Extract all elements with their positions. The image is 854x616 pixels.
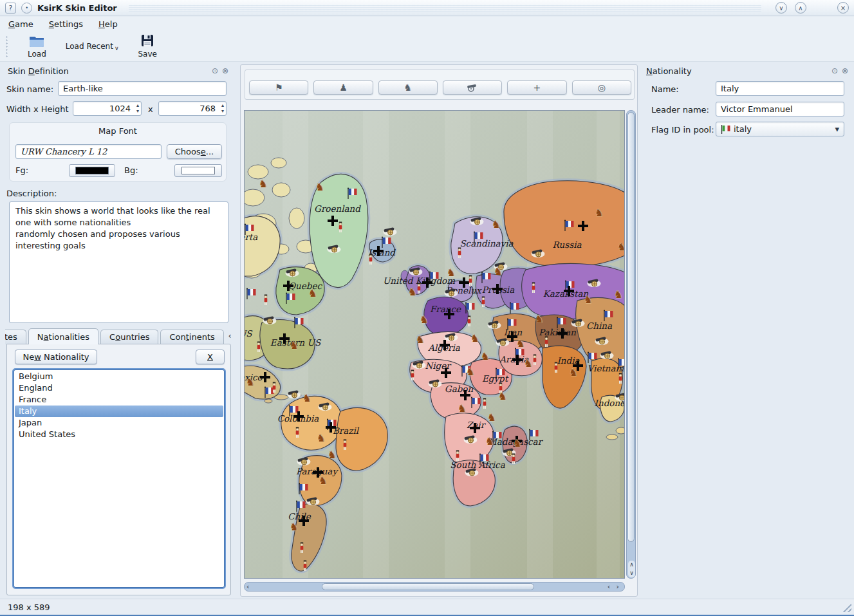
list-item[interactable]: France xyxy=(15,394,223,406)
maximize-button[interactable]: ∧ xyxy=(795,2,806,14)
tab-sprites[interactable]: rites xyxy=(5,330,26,344)
close-button[interactable]: × xyxy=(837,2,849,14)
titlebar-grip-lines xyxy=(129,4,761,12)
cannon-button[interactable] xyxy=(443,80,502,95)
flag-button[interactable]: ⚑ xyxy=(249,80,308,95)
close-dock-icon[interactable]: ⊗ xyxy=(222,66,228,75)
float-dock-icon[interactable]: ⊙ xyxy=(831,66,838,75)
list-item[interactable]: Belgium xyxy=(15,371,223,382)
tab-scroll-arrows[interactable]: ‹› xyxy=(228,331,231,341)
cav-sprite: ♞ xyxy=(498,390,507,402)
map-font-field: URW Chancery L 12 xyxy=(15,144,162,159)
scroll-left-icon[interactable]: ‹ xyxy=(245,583,251,591)
country-label: Quebec xyxy=(288,281,322,291)
bg-label: Bg: xyxy=(124,165,138,175)
leader-name-input[interactable]: Victor Emmanuel xyxy=(716,102,844,117)
list-item[interactable]: United States xyxy=(15,429,223,440)
size-label: Width x Height xyxy=(6,104,69,114)
cav-sprite: ♞ xyxy=(516,337,525,350)
country-label: South Africa xyxy=(450,460,505,470)
list-item[interactable]: Italy xyxy=(15,406,223,417)
scroll-right-icons[interactable]: ‹ › xyxy=(606,583,623,591)
cav-sprite: ♞ xyxy=(470,332,479,344)
svg-text:♞: ♞ xyxy=(487,411,496,424)
country-label: Alberta xyxy=(244,232,258,242)
width-spinbox[interactable]: 1024 ▴▾ xyxy=(73,101,142,116)
plus-icon: + xyxy=(534,82,541,93)
svg-text:♞: ♞ xyxy=(302,392,311,404)
nationality-name-input[interactable]: Italy xyxy=(716,81,844,96)
skin-name-input[interactable]: Earth-like xyxy=(58,81,227,96)
cav-sprite: ♞ xyxy=(569,366,578,378)
height-spinbox[interactable]: 768 ▴▾ xyxy=(158,101,227,116)
cursor-position-text: 198 x 589 xyxy=(8,602,50,612)
description-label: Description: xyxy=(6,189,57,198)
country-label: France xyxy=(430,304,461,314)
svg-text:♞: ♞ xyxy=(617,241,625,253)
svg-text:♞: ♞ xyxy=(259,178,268,190)
spin-arrows-icon[interactable]: ▴▾ xyxy=(136,102,139,114)
window-title: KsirK Skin Editor xyxy=(37,3,117,13)
list-item[interactable]: Japan xyxy=(15,417,223,429)
cav-sprite: ♞ xyxy=(319,474,328,487)
cav-sprite: ♞ xyxy=(447,266,456,279)
fg-color-button[interactable] xyxy=(69,164,115,177)
tab-nationalities[interactable]: Nationalities xyxy=(28,328,98,344)
cav-sprite: ♞ xyxy=(416,333,425,346)
cav-sprite: ♞ xyxy=(524,357,533,369)
skin-definition-header: Skin Definition ⊙ ⊗ xyxy=(5,64,231,77)
target-icon: ◎ xyxy=(598,82,606,93)
svg-text:♞: ♞ xyxy=(408,286,417,298)
center-button[interactable]: ◎ xyxy=(572,80,631,95)
skin-definition-dock: Skin Definition ⊙ ⊗ Skin name: Earth-lik… xyxy=(5,64,231,597)
country-label: Scandinavia xyxy=(459,238,514,248)
svg-text:♞: ♞ xyxy=(569,366,578,378)
close-dock-icon[interactable]: ⊗ xyxy=(842,66,848,75)
map-horizontal-scrollbar[interactable]: ‹ ‹ › xyxy=(244,582,625,592)
load-button[interactable]: Load xyxy=(28,34,46,59)
country-label: Brazil xyxy=(333,425,360,436)
bg-color-button[interactable] xyxy=(174,164,222,177)
flag-id-combobox[interactable]: italy ▾ xyxy=(716,122,844,136)
country-label: Gabon xyxy=(445,384,474,394)
choose-font-button[interactable]: Choose... xyxy=(167,144,222,159)
fg-color-swatch xyxy=(75,167,109,174)
svg-text:♞: ♞ xyxy=(328,449,337,461)
vertical-scroll-thumb[interactable] xyxy=(627,112,635,542)
app-icon[interactable]: • xyxy=(21,3,32,14)
toolbar-handle[interactable] xyxy=(5,35,8,57)
svg-text:♞: ♞ xyxy=(317,432,326,444)
delete-nationality-button[interactable]: X xyxy=(196,350,225,364)
cavalry-button[interactable]: ♞ xyxy=(378,80,438,95)
minimize-button[interactable]: ∨ xyxy=(775,2,787,14)
main-toolbar: Load Load Recent ∨ Save xyxy=(0,32,854,62)
cav-sprite: ♞ xyxy=(246,376,255,388)
tab-continents[interactable]: Continents xyxy=(160,330,223,344)
infantry-button[interactable]: ♟ xyxy=(313,80,373,95)
menu-game[interactable]: Game xyxy=(8,19,33,29)
cav-sprite: ♞ xyxy=(420,313,429,326)
svg-text:♞: ♞ xyxy=(416,333,425,346)
horizontal-scroll-thumb[interactable] xyxy=(322,583,534,590)
skin-definition-title: Skin Definition xyxy=(8,66,69,76)
nationalities-list[interactable]: BelgiumEnglandFranceItalyJapanUnited Sta… xyxy=(14,369,225,588)
help-icon[interactable]: ? xyxy=(5,3,16,14)
list-item[interactable]: England xyxy=(15,382,223,394)
spin-arrows-icon[interactable]: ▴▾ xyxy=(221,102,224,114)
menu-help[interactable]: Help xyxy=(98,19,118,29)
load-recent-button[interactable]: Load Recent ∨ xyxy=(66,42,119,51)
save-button[interactable]: Save xyxy=(138,34,156,59)
menu-settings[interactable]: Settings xyxy=(49,19,83,29)
world-map-canvas[interactable]: AlbertaGroenlandIslandQuebecWestern USEa… xyxy=(244,110,625,579)
svg-text:♞: ♞ xyxy=(481,350,490,362)
new-nationality-button[interactable]: New Nationality xyxy=(15,350,97,364)
float-dock-icon[interactable]: ⊙ xyxy=(212,66,218,75)
map-vertical-scrollbar[interactable]: ∧∨ xyxy=(626,110,636,579)
anchor-button[interactable]: + xyxy=(507,80,566,95)
cav-sprite: ♞ xyxy=(317,432,326,444)
cav-sprite: ♞ xyxy=(315,181,324,193)
vertical-scroll-arrows[interactable]: ∧∨ xyxy=(628,561,635,577)
description-textarea[interactable]: This skin shows a world that looks like … xyxy=(9,201,228,323)
country-label: China xyxy=(586,321,613,331)
tab-countries[interactable]: Countries xyxy=(100,330,158,344)
